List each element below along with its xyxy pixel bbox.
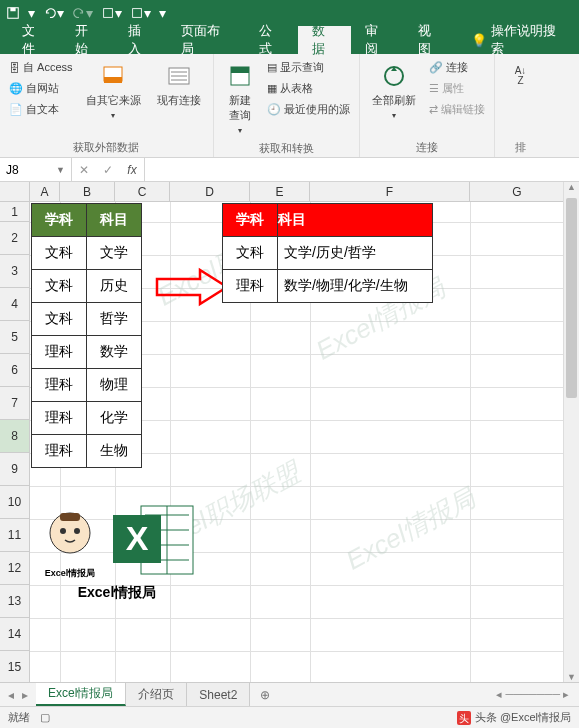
row-header[interactable]: 4 xyxy=(0,288,30,321)
cell[interactable]: 理科 xyxy=(32,435,87,468)
row-header[interactable]: 7 xyxy=(0,387,30,420)
access-icon: 🗄 xyxy=(9,62,20,74)
row-header[interactable]: 3 xyxy=(0,255,30,288)
row-header[interactable]: 2 xyxy=(0,222,30,255)
tab-view[interactable]: 视图 xyxy=(404,26,457,54)
row-header[interactable]: 9 xyxy=(0,453,30,486)
redo-icon[interactable]: ▾ xyxy=(72,5,93,21)
cell[interactable]: 理科 xyxy=(32,402,87,435)
name-box-dropdown-icon[interactable]: ▼ xyxy=(56,165,65,175)
ribbon-tabs: 文件 开始 插入 页面布局 公式 数据 审阅 视图 💡 操作说明搜索 xyxy=(0,26,579,54)
from-text-button[interactable]: 📄自文本 xyxy=(6,100,76,119)
vertical-scrollbar[interactable]: ▲ ▼ xyxy=(563,182,579,682)
tab-data[interactable]: 数据 xyxy=(298,26,351,54)
cell[interactable]: 文学/历史/哲学 xyxy=(278,237,433,270)
row-header[interactable]: 13 xyxy=(0,585,30,618)
name-box-value: J8 xyxy=(6,163,19,177)
sheet-nav[interactable]: ◂▸ xyxy=(0,683,36,706)
table-header: 科目 xyxy=(278,204,433,237)
cell[interactable]: 生物 xyxy=(87,435,142,468)
qat-button2-icon[interactable]: ▾ xyxy=(130,5,151,21)
cell[interactable]: 理科 xyxy=(32,369,87,402)
accept-formula-icon[interactable]: ✓ xyxy=(96,163,120,177)
sheet-next-icon[interactable]: ▸ xyxy=(22,688,28,702)
cell[interactable]: 理科 xyxy=(32,336,87,369)
row-header[interactable]: 10 xyxy=(0,486,30,519)
sheet-scroller[interactable]: ◂ ─────── ▸ xyxy=(280,683,579,706)
sheet-tab-1[interactable]: Excel情报局 xyxy=(36,683,126,706)
select-all-corner[interactable] xyxy=(0,182,30,202)
cell[interactable]: 文学 xyxy=(87,237,142,270)
row-header[interactable]: 6 xyxy=(0,354,30,387)
fx-icon[interactable]: fx xyxy=(120,163,144,177)
tab-file[interactable]: 文件 xyxy=(8,26,61,54)
row-header[interactable]: 11 xyxy=(0,519,30,552)
col-header[interactable]: A xyxy=(30,182,60,202)
cell[interactable]: 数学 xyxy=(87,336,142,369)
row-header[interactable]: 15 xyxy=(0,651,30,684)
name-box[interactable]: J8 ▼ xyxy=(0,158,72,181)
col-header[interactable]: E xyxy=(250,182,310,202)
formula-bar: J8 ▼ ✕ ✓ fx xyxy=(0,158,579,182)
add-sheet-button[interactable]: ⊕ xyxy=(250,683,280,706)
tab-home[interactable]: 开始 xyxy=(61,26,114,54)
properties-button[interactable]: ☰属性 xyxy=(426,79,488,98)
from-access-button[interactable]: 🗄自 Access xyxy=(6,58,76,77)
from-table-label: 从表格 xyxy=(280,81,313,96)
recent-sources-label: 最近使用的源 xyxy=(284,102,350,117)
col-header[interactable]: F xyxy=(310,182,470,202)
cell[interactable]: 理科 xyxy=(223,270,278,303)
tab-help[interactable]: 💡 操作说明搜索 xyxy=(457,26,579,54)
qat-button-icon[interactable]: ▾ xyxy=(101,5,122,21)
tab-insert[interactable]: 插入 xyxy=(114,26,167,54)
cell[interactable]: 化学 xyxy=(87,402,142,435)
cell[interactable]: 文科 xyxy=(32,237,87,270)
from-web-label: 自网站 xyxy=(26,81,59,96)
undo-icon[interactable]: ▾ xyxy=(43,5,64,21)
recent-sources-button[interactable]: 🕘最近使用的源 xyxy=(264,100,353,119)
ribbon-group-connections: 全部刷新▾ 🔗连接 ☰属性 ⇄编辑链接 连接 xyxy=(360,54,495,157)
qat-dropdown-icon[interactable]: ▾ xyxy=(28,5,35,21)
existing-conn-button[interactable]: 现有连接 xyxy=(151,58,207,112)
from-table-button[interactable]: ▦从表格 xyxy=(264,79,353,98)
formula-input[interactable] xyxy=(145,158,579,181)
from-web-button[interactable]: 🌐自网站 xyxy=(6,79,76,98)
sheet-tab-3[interactable]: Sheet2 xyxy=(187,683,250,706)
scroll-thumb[interactable] xyxy=(566,198,577,398)
cell[interactable]: 文科 xyxy=(223,237,278,270)
col-header[interactable]: D xyxy=(170,182,250,202)
cell[interactable]: 数学/物理/化学/生物 xyxy=(278,270,433,303)
sheet-tab-2[interactable]: 介绍页 xyxy=(126,683,187,706)
new-query-button[interactable]: 新建 查询▾ xyxy=(220,58,260,139)
col-header[interactable]: G xyxy=(470,182,565,202)
macro-record-icon[interactable]: ▢ xyxy=(40,711,50,724)
connections-button[interactable]: 🔗连接 xyxy=(426,58,488,77)
save-icon[interactable] xyxy=(6,6,20,20)
cell[interactable]: 文科 xyxy=(32,303,87,336)
cell[interactable]: 哲学 xyxy=(87,303,142,336)
row-header[interactable]: 5 xyxy=(0,321,30,354)
qat-customize-icon[interactable]: ▾ xyxy=(159,5,166,21)
svg-rect-3 xyxy=(133,9,142,18)
col-header[interactable]: B xyxy=(60,182,115,202)
worksheet-grid[interactable]: ABCDEFG 123456789101112131415 Excel职场联盟 … xyxy=(0,182,579,702)
tab-formula[interactable]: 公式 xyxy=(245,26,298,54)
svg-rect-8 xyxy=(231,67,249,73)
edit-links-button[interactable]: ⇄编辑链接 xyxy=(426,100,488,119)
row-header[interactable]: 8 xyxy=(0,420,30,453)
row-header[interactable]: 14 xyxy=(0,618,30,651)
cell[interactable]: 历史 xyxy=(87,270,142,303)
row-header[interactable]: 12 xyxy=(0,552,30,585)
refresh-all-button[interactable]: 全部刷新▾ xyxy=(366,58,422,124)
tab-review[interactable]: 审阅 xyxy=(351,26,404,54)
cell[interactable]: 物理 xyxy=(87,369,142,402)
show-queries-button[interactable]: ▤显示查询 xyxy=(264,58,353,77)
sort-az-button[interactable]: A↓Z xyxy=(501,58,541,94)
col-header[interactable]: C xyxy=(115,182,170,202)
from-other-button[interactable]: 自其它来源▾ xyxy=(80,58,147,124)
cancel-formula-icon[interactable]: ✕ xyxy=(72,163,96,177)
cell[interactable]: 文科 xyxy=(32,270,87,303)
row-header[interactable]: 1 xyxy=(0,202,30,222)
sheet-prev-icon[interactable]: ◂ xyxy=(8,688,14,702)
tab-layout[interactable]: 页面布局 xyxy=(167,26,245,54)
